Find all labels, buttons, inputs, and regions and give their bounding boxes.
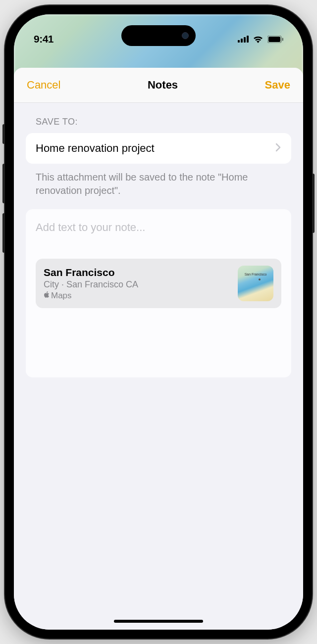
silent-switch bbox=[2, 124, 5, 144]
cancel-button[interactable]: Cancel bbox=[27, 79, 60, 92]
map-thumb-label: San Francisco bbox=[245, 273, 267, 276]
map-thumbnail: San Francisco bbox=[238, 266, 273, 301]
apple-logo-icon bbox=[44, 291, 50, 301]
save-to-label: SAVE TO: bbox=[36, 117, 291, 127]
svg-rect-5 bbox=[268, 37, 280, 42]
selected-note-name: Home renovation project bbox=[36, 142, 155, 155]
attachment-subtitle: City · San Francisco CA bbox=[44, 279, 232, 290]
status-icons bbox=[238, 35, 283, 43]
attachment-app: Maps bbox=[44, 291, 232, 301]
sheet-content: SAVE TO: Home renovation project This at… bbox=[14, 103, 303, 391]
chevron-right-icon bbox=[275, 143, 281, 154]
camera-lens bbox=[182, 32, 189, 39]
page-title: Notes bbox=[148, 79, 178, 92]
power-button bbox=[312, 174, 315, 233]
save-button[interactable]: Save bbox=[265, 79, 290, 92]
attachment-card[interactable]: San Francisco City · San Francisco CA Ma… bbox=[36, 259, 281, 308]
svg-rect-6 bbox=[282, 38, 284, 41]
battery-icon bbox=[267, 36, 283, 43]
map-marker-icon bbox=[259, 278, 261, 280]
home-indicator[interactable] bbox=[114, 620, 203, 623]
phone-frame: 9:41 bbox=[5, 5, 312, 639]
svg-rect-2 bbox=[244, 37, 246, 43]
navigation-bar: Cancel Notes Save bbox=[14, 68, 303, 103]
wifi-icon bbox=[253, 35, 264, 43]
cellular-signal-icon bbox=[238, 36, 249, 43]
attachment-title: San Francisco bbox=[44, 267, 232, 278]
attachment-info: San Francisco City · San Francisco CA Ma… bbox=[44, 267, 232, 301]
volume-up-button bbox=[2, 164, 5, 203]
share-sheet: Cancel Notes Save SAVE TO: Home renovati… bbox=[14, 68, 303, 630]
dynamic-island bbox=[121, 25, 196, 46]
note-text-area[interactable]: Add text to your note... San Francisco C… bbox=[26, 209, 291, 377]
save-description: This attachment will be saved to the not… bbox=[36, 171, 281, 197]
svg-rect-3 bbox=[247, 36, 249, 43]
screen: 9:41 bbox=[14, 14, 303, 630]
note-placeholder: Add text to your note... bbox=[36, 221, 281, 234]
svg-rect-1 bbox=[241, 39, 243, 43]
attachment-app-name: Maps bbox=[51, 291, 72, 301]
note-selector[interactable]: Home renovation project bbox=[26, 133, 291, 164]
volume-down-button bbox=[2, 213, 5, 253]
status-time: 9:41 bbox=[34, 33, 53, 45]
svg-rect-0 bbox=[238, 40, 240, 43]
